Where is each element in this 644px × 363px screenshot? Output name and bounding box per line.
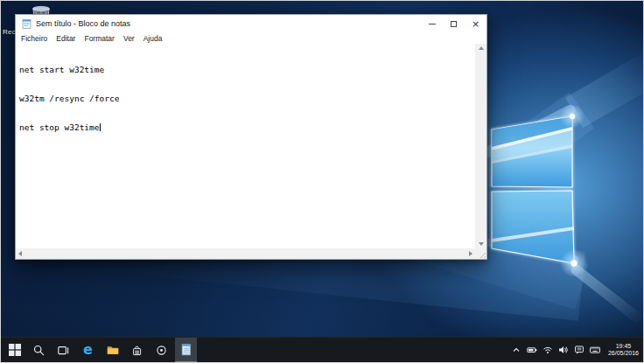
speaker-icon xyxy=(558,345,569,355)
scroll-left-icon[interactable] xyxy=(18,251,22,256)
taskbar: e xyxy=(1,337,643,362)
vertical-scrollbar[interactable] xyxy=(475,44,486,248)
clock-date: 26/05/2016 xyxy=(608,350,639,357)
window-title: Sem título - Bloco de notas xyxy=(36,19,130,28)
file-explorer-button[interactable] xyxy=(102,338,123,362)
windows-logo-icon xyxy=(9,344,21,356)
clock-time: 19:45 xyxy=(608,343,639,350)
window-controls: × xyxy=(421,15,486,32)
battery-icon xyxy=(527,345,537,355)
search-button[interactable] xyxy=(28,338,50,362)
volume-button[interactable] xyxy=(557,344,570,357)
hidden-icons-button[interactable] xyxy=(510,344,523,357)
close-button[interactable]: × xyxy=(465,15,486,32)
task-view-button[interactable] xyxy=(52,338,74,362)
editor-line: net start w32time xyxy=(19,65,475,74)
desktop: Reciclagem Sem título - Bloco de notas ×… xyxy=(0,0,644,363)
minimize-icon xyxy=(429,24,436,24)
edge-button[interactable]: e xyxy=(77,338,99,362)
text-cursor xyxy=(100,123,101,131)
touch-keyboard-button[interactable] xyxy=(589,344,602,357)
notepad-window: Sem título - Bloco de notas × Ficheiro E… xyxy=(15,14,487,260)
editor-line: w32tm /resync /force xyxy=(19,94,475,103)
editor-line: net stop w32time xyxy=(19,122,475,132)
notepad-icon xyxy=(180,344,192,356)
edge-icon: e xyxy=(83,341,93,358)
search-icon xyxy=(33,345,45,356)
start-button[interactable] xyxy=(4,338,25,362)
action-center-button[interactable] xyxy=(573,344,586,357)
menu-help[interactable]: Ajuda xyxy=(144,34,163,43)
text-editor-area[interactable]: net start w32time w32tm /resync /force n… xyxy=(16,44,475,248)
scroll-down-icon[interactable] xyxy=(479,242,484,246)
battery-button[interactable] xyxy=(526,344,539,357)
maximize-button[interactable] xyxy=(443,15,465,32)
notepad-icon[interactable] xyxy=(22,19,32,29)
folder-icon xyxy=(107,344,119,356)
minimize-button[interactable] xyxy=(421,15,443,32)
title-bar[interactable]: Sem título - Bloco de notas × xyxy=(16,15,486,32)
taskbar-clock[interactable]: 19:45 26/05/2016 xyxy=(608,343,639,357)
chevron-up-icon xyxy=(511,345,522,355)
menu-edit[interactable]: Editar xyxy=(56,34,75,43)
system-tray: 19:45 26/05/2016 xyxy=(510,338,643,362)
wifi-icon xyxy=(542,345,553,355)
notepad-taskbar-button[interactable] xyxy=(175,338,197,362)
keyboard-icon xyxy=(590,345,600,355)
scroll-up-icon[interactable] xyxy=(479,46,484,50)
menu-file[interactable]: Ficheiro xyxy=(21,34,47,43)
task-view-icon xyxy=(58,345,69,356)
store-button[interactable] xyxy=(126,338,148,362)
action-center-icon xyxy=(574,345,584,355)
circular-app-icon xyxy=(156,345,167,356)
circular-app-button[interactable] xyxy=(150,338,172,362)
store-bag-icon xyxy=(131,345,143,356)
windows-logo-wallpaper xyxy=(482,106,605,281)
resize-grip[interactable] xyxy=(475,248,486,259)
scroll-right-icon[interactable] xyxy=(469,251,472,256)
network-button[interactable] xyxy=(542,344,555,357)
menu-bar: Ficheiro Editar Formatar Ver Ajuda xyxy=(16,32,486,44)
horizontal-scrollbar[interactable] xyxy=(16,248,475,259)
menu-format[interactable]: Formatar xyxy=(84,34,114,43)
menu-view[interactable]: Ver xyxy=(123,34,135,43)
maximize-icon xyxy=(451,21,457,27)
